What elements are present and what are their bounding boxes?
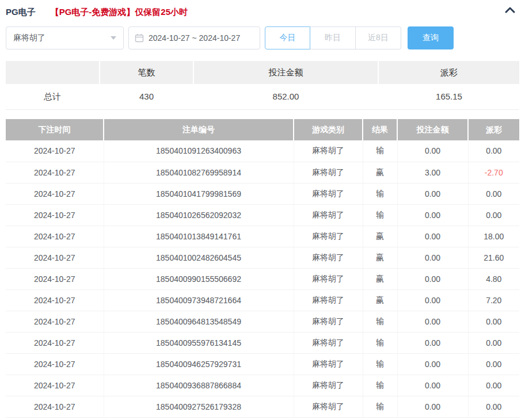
bet-amount-cell: 0.00 (397, 247, 468, 268)
bet-id-cell: 1850400927526179328 (104, 396, 294, 417)
bet-time-cell: 2024-10-27 (6, 204, 104, 226)
game-type-cell: 麻将胡了 (294, 289, 363, 311)
bet-time-cell: 2024-10-27 (6, 247, 104, 268)
payout-cell: 0.00 (468, 183, 519, 204)
bet-amount-cell: 0.00 (397, 289, 468, 311)
bet-time-cell: 2024-10-27 (6, 289, 104, 311)
page-title: PG电子 (6, 7, 36, 18)
bet-amount-cell: 0.00 (397, 332, 468, 353)
table-row: 2024-10-271850400955976134145麻将胡了输0.000.… (6, 332, 519, 353)
col-payout: 派彩 (468, 119, 519, 140)
payout-cell: 0.00 (468, 140, 519, 162)
bet-id-cell: 1850400990155506692 (104, 268, 294, 289)
payout-cell: 4.80 (468, 268, 519, 289)
table-row: 2024-10-271850401041799981569麻将胡了输0.000.… (6, 183, 519, 204)
table-row: 2024-10-271850400946257929731麻将胡了输0.000.… (6, 353, 519, 375)
bet-amount-cell: 0.00 (397, 226, 468, 247)
bet-amount-cell: 0.00 (397, 353, 468, 375)
date-range-input[interactable]: 2024-10-27 ~ 2024-10-27 (128, 26, 260, 49)
result-cell: 赢 (363, 162, 397, 183)
chevron-down-icon (111, 36, 116, 40)
summary-table: 笔数 投注金额 派彩 总计 430 852.00 165.15 (6, 61, 519, 110)
game-type-cell: 麻将胡了 (294, 375, 363, 396)
bet-amount-cell: 0.00 (397, 204, 468, 226)
bet-amount-cell: 0.00 (397, 311, 468, 332)
table-row: 2024-10-271850401002482604545麻将胡了赢0.0021… (6, 247, 519, 268)
table-row: 2024-10-271850400964813548549麻将胡了输0.000.… (6, 311, 519, 332)
bet-time-cell: 2024-10-27 (6, 226, 104, 247)
game-type-cell: 麻将胡了 (294, 226, 363, 247)
payout-cell: 7.20 (468, 289, 519, 311)
bet-amount-cell: 0.00 (397, 396, 468, 417)
summary-total-row: 总计 430 852.00 165.15 (6, 84, 519, 110)
game-type-cell: 麻将胡了 (294, 204, 363, 226)
date-range-value: 2024-10-27 ~ 2024-10-27 (149, 33, 240, 43)
result-cell: 输 (363, 396, 397, 417)
table-row: 2024-10-271850401026562092032麻将胡了输0.000.… (6, 204, 519, 226)
game-select[interactable]: 麻将胡了 (6, 26, 124, 49)
bet-amount-cell: 0.00 (397, 375, 468, 396)
result-cell: 赢 (363, 268, 397, 289)
game-type-cell: 麻将胡了 (294, 183, 363, 204)
summary-header-payout: 派彩 (379, 61, 519, 84)
result-cell: 输 (363, 353, 397, 375)
bet-amount-cell: 0.00 (397, 268, 468, 289)
payout-cell: 18.00 (468, 226, 519, 247)
game-type-cell: 麻将胡了 (294, 311, 363, 332)
table-row: 2024-10-271850400936887866884麻将胡了输0.000.… (6, 375, 519, 396)
payout-cell: 0.00 (468, 332, 519, 353)
payout-cell: 0.00 (468, 396, 519, 417)
today-button[interactable]: 今日 (265, 26, 310, 49)
result-cell: 赢 (363, 226, 397, 247)
chevron-up-icon[interactable] (503, 3, 517, 17)
payout-cell: 21.60 (468, 247, 519, 268)
result-cell: 输 (363, 204, 397, 226)
topbar: PG电子 【PG电子-免费游戏】仅保留25小时 (6, 0, 519, 20)
search-button[interactable]: 查询 (408, 26, 454, 49)
table-row: 2024-10-271850401091263400963麻将胡了输0.000.… (6, 140, 519, 162)
page: PG电子 【PG电子-免费游戏】仅保留25小时 麻将胡了 2024-10-27 … (0, 0, 525, 418)
bet-id-cell: 1850400955976134145 (104, 332, 294, 353)
col-result: 结果 (363, 119, 397, 140)
game-type-cell: 麻将胡了 (294, 268, 363, 289)
table-row: 2024-10-271850400990155506692麻将胡了赢0.004.… (6, 268, 519, 289)
bet-id-cell: 1850401026562092032 (104, 204, 294, 226)
result-cell: 输 (363, 140, 397, 162)
bet-amount-cell: 0.00 (397, 140, 468, 162)
bet-time-cell: 2024-10-27 (6, 183, 104, 204)
bet-time-cell: 2024-10-27 (6, 140, 104, 162)
summary-header-count: 笔数 (100, 61, 193, 84)
summary-header-cell (6, 61, 99, 84)
table-row: 2024-10-271850401013849141761麻将胡了赢0.0018… (6, 226, 519, 247)
bet-id-cell: 1850400964813548549 (104, 311, 294, 332)
bet-id-cell: 1850400936887866884 (104, 375, 294, 396)
bet-amount-cell: 3.00 (397, 162, 468, 183)
bet-id-cell: 1850401002482604545 (104, 247, 294, 268)
game-type-cell: 麻将胡了 (294, 162, 363, 183)
game-type-cell: 麻将胡了 (294, 353, 363, 375)
payout-cell: 0.00 (468, 311, 519, 332)
payout-cell: 0.00 (468, 375, 519, 396)
bet-amount-cell: 0.00 (397, 183, 468, 204)
col-game-type: 游戏类别 (294, 119, 363, 140)
quick-range-group: 今日 昨日 近8日 (265, 26, 401, 49)
col-bet-time: 下注时间 (6, 119, 104, 140)
result-cell: 输 (363, 375, 397, 396)
last-8-days-button[interactable]: 近8日 (356, 26, 401, 49)
filter-bar: 麻将胡了 2024-10-27 ~ 2024-10-27 今日 昨日 近8日 查… (6, 26, 519, 49)
summary-header-bet-amount: 投注金额 (194, 61, 378, 84)
records-body: 2024-10-271850401091263400963麻将胡了输0.000.… (6, 140, 519, 417)
calendar-icon (135, 33, 144, 43)
bet-id-cell: 1850401091263400963 (104, 140, 294, 162)
notice-text: 【PG电子-免费游戏】仅保留25小时 (51, 7, 188, 18)
game-type-cell: 麻将胡了 (294, 140, 363, 162)
records-header: 下注时间 注单编号 游戏类别 结果 投注金额 派彩 (6, 119, 519, 140)
bet-time-cell: 2024-10-27 (6, 311, 104, 332)
bet-time-cell: 2024-10-27 (6, 268, 104, 289)
bet-time-cell: 2024-10-27 (6, 332, 104, 353)
bet-id-cell: 1850401041799981569 (104, 183, 294, 204)
col-bet-amount: 投注金额 (397, 119, 468, 140)
yesterday-button[interactable]: 昨日 (310, 26, 356, 49)
bet-time-cell: 2024-10-27 (6, 396, 104, 417)
payout-cell: -2.70 (468, 162, 519, 183)
